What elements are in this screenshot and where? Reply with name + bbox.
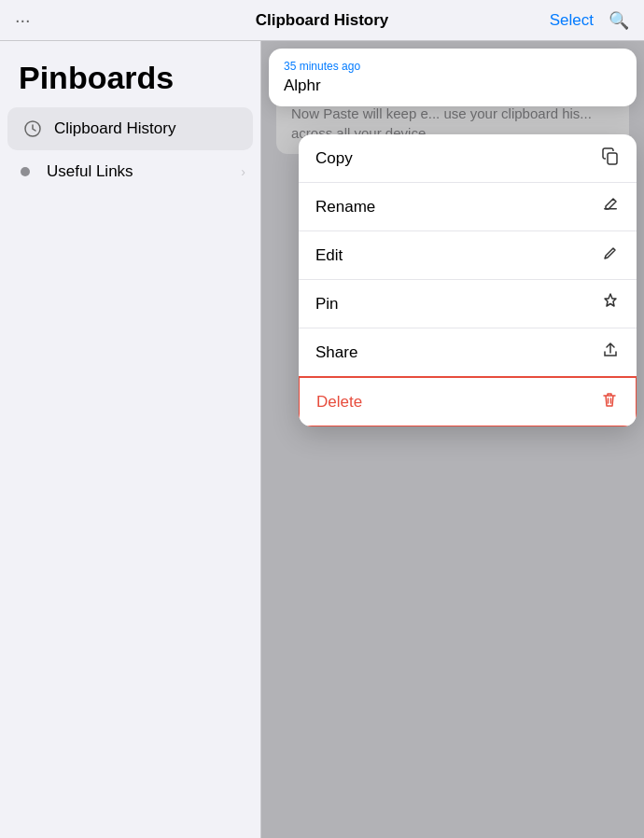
pin-icon: [601, 292, 620, 315]
trash-icon: [600, 390, 619, 413]
edit-icon: [601, 244, 620, 267]
menu-item-delete[interactable]: Delete: [299, 376, 637, 426]
copy-icon: [601, 147, 620, 170]
search-icon[interactable]: 🔍: [609, 10, 629, 31]
sidebar-item-label-clipboard: Clipboard History: [54, 119, 238, 138]
context-menu-container: 35 minutes ago Alphr Copy: [261, 41, 644, 838]
sidebar-item-useful-links[interactable]: Useful Links ›: [0, 150, 260, 193]
main-layout: Pinboards Clipboard History Useful Links…: [0, 41, 644, 838]
svg-rect-1: [608, 153, 617, 164]
menu-item-rename-label: Rename: [315, 198, 375, 216]
context-menu: Copy Rename: [299, 134, 637, 426]
menu-item-edit-label: Edit: [315, 246, 343, 265]
preview-title: Alphr: [284, 77, 622, 95]
sidebar: Pinboards Clipboard History Useful Links…: [0, 41, 261, 838]
nav-bar: ··· Clipboard History Select 🔍: [0, 0, 644, 41]
menu-item-rename[interactable]: Rename: [299, 183, 637, 231]
menu-item-copy[interactable]: Copy: [299, 134, 637, 183]
sidebar-item-label-useful-links: Useful Links: [47, 162, 230, 181]
menu-item-share-label: Share: [315, 343, 357, 362]
menu-item-share[interactable]: Share: [299, 328, 637, 377]
menu-item-copy-label: Copy: [315, 149, 353, 168]
menu-item-delete-label: Delete: [316, 393, 362, 412]
clock-icon: [22, 119, 43, 139]
nav-bar-right: Select 🔍: [550, 10, 629, 31]
sidebar-item-clipboard-history[interactable]: Clipboard History: [7, 107, 253, 150]
nav-bar-left: ···: [15, 9, 31, 31]
content-area: 41 minutes ago Hey, I'm your first snip.…: [261, 41, 644, 838]
more-options-icon[interactable]: ···: [15, 9, 31, 31]
menu-item-edit[interactable]: Edit: [299, 231, 637, 280]
chevron-right-icon: ›: [241, 164, 245, 179]
share-icon: [601, 341, 620, 364]
nav-title: Clipboard History: [256, 11, 389, 30]
dot-icon: [15, 161, 35, 182]
preview-time: 35 minutes ago: [284, 60, 622, 73]
menu-item-pin[interactable]: Pin: [299, 280, 637, 328]
menu-item-pin-label: Pin: [315, 295, 339, 314]
preview-card: 35 minutes ago Alphr: [269, 49, 637, 106]
sidebar-title: Pinboards: [0, 41, 260, 107]
select-button[interactable]: Select: [550, 11, 594, 30]
rename-icon: [601, 195, 620, 218]
